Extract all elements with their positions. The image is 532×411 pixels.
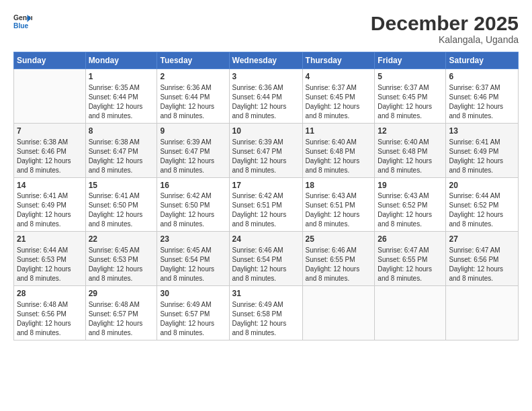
cell-day-number: 13 [449, 126, 515, 137]
cell-sun-info: Sunrise: 6:40 AMSunset: 6:48 PMDaylight:… [306, 138, 372, 175]
calendar-cell: 5Sunrise: 6:37 AMSunset: 6:45 PMDaylight… [375, 69, 446, 124]
cell-day-number: 22 [89, 234, 154, 245]
main-title: December 2025 [371, 12, 519, 34]
calendar-cell: 11Sunrise: 6:40 AMSunset: 6:48 PMDayligh… [302, 123, 375, 177]
cell-day-number: 2 [160, 71, 226, 83]
svg-text:Blue: Blue [13, 22, 29, 30]
calendar-cell: 19Sunrise: 6:43 AMSunset: 6:52 PMDayligh… [375, 177, 446, 232]
title-block: December 2025 Kalangala, Uganda [371, 12, 519, 45]
col-header-monday: Monday [85, 52, 157, 69]
col-header-saturday: Saturday [446, 52, 519, 69]
cell-day-number: 19 [378, 180, 443, 191]
calendar-cell: 22Sunrise: 6:45 AMSunset: 6:53 PMDayligh… [85, 232, 157, 286]
cell-sun-info: Sunrise: 6:40 AMSunset: 6:48 PMDaylight:… [378, 138, 443, 175]
cell-sun-info: Sunrise: 6:44 AMSunset: 6:53 PMDaylight:… [17, 246, 83, 283]
cell-day-number: 14 [17, 180, 83, 191]
cell-sun-info: Sunrise: 6:39 AMSunset: 6:47 PMDaylight:… [232, 138, 300, 175]
calendar-cell: 1Sunrise: 6:35 AMSunset: 6:44 PMDaylight… [85, 69, 157, 124]
cell-sun-info: Sunrise: 6:36 AMSunset: 6:44 PMDaylight:… [232, 83, 300, 121]
logo-icon: General Blue [13, 12, 32, 31]
cell-sun-info: Sunrise: 6:45 AMSunset: 6:54 PMDaylight:… [160, 246, 226, 283]
cell-day-number: 26 [378, 234, 443, 245]
col-header-thursday: Thursday [302, 52, 375, 69]
cell-sun-info: Sunrise: 6:39 AMSunset: 6:47 PMDaylight:… [160, 138, 226, 175]
calendar-table: SundayMondayTuesdayWednesdayThursdayFrid… [13, 52, 519, 340]
calendar-cell: 2Sunrise: 6:36 AMSunset: 6:44 PMDaylight… [157, 69, 229, 124]
calendar-cell: 21Sunrise: 6:44 AMSunset: 6:53 PMDayligh… [14, 232, 86, 286]
calendar-cell: 17Sunrise: 6:42 AMSunset: 6:51 PMDayligh… [229, 177, 302, 232]
cell-sun-info: Sunrise: 6:41 AMSunset: 6:49 PMDaylight:… [17, 191, 83, 229]
col-header-tuesday: Tuesday [157, 52, 229, 69]
calendar-cell: 9Sunrise: 6:39 AMSunset: 6:47 PMDaylight… [157, 123, 229, 177]
cell-sun-info: Sunrise: 6:46 AMSunset: 6:55 PMDaylight:… [306, 246, 372, 283]
week-row-2: 14Sunrise: 6:41 AMSunset: 6:49 PMDayligh… [14, 177, 519, 232]
calendar-cell: 3Sunrise: 6:36 AMSunset: 6:44 PMDaylight… [229, 69, 302, 124]
calendar-cell: 15Sunrise: 6:41 AMSunset: 6:50 PMDayligh… [85, 177, 157, 232]
calendar-cell: 24Sunrise: 6:46 AMSunset: 6:54 PMDayligh… [229, 232, 302, 286]
cell-day-number: 15 [89, 180, 154, 191]
calendar-cell [446, 286, 519, 340]
cell-day-number: 17 [232, 180, 300, 191]
cell-day-number: 5 [378, 71, 443, 83]
cell-sun-info: Sunrise: 6:37 AMSunset: 6:46 PMDaylight:… [449, 83, 515, 121]
cell-sun-info: Sunrise: 6:47 AMSunset: 6:55 PMDaylight:… [378, 246, 443, 283]
week-row-4: 28Sunrise: 6:48 AMSunset: 6:56 PMDayligh… [14, 286, 519, 340]
cell-sun-info: Sunrise: 6:42 AMSunset: 6:51 PMDaylight:… [232, 191, 300, 229]
cell-day-number: 18 [306, 180, 372, 191]
calendar-cell [14, 69, 86, 124]
cell-day-number: 9 [160, 126, 226, 137]
cell-sun-info: Sunrise: 6:49 AMSunset: 6:57 PMDaylight:… [160, 300, 226, 338]
cell-day-number: 6 [449, 71, 515, 83]
col-header-friday: Friday [375, 52, 446, 69]
cell-day-number: 20 [449, 180, 515, 191]
calendar-cell: 30Sunrise: 6:49 AMSunset: 6:57 PMDayligh… [157, 286, 229, 340]
calendar-cell: 29Sunrise: 6:48 AMSunset: 6:57 PMDayligh… [85, 286, 157, 340]
calendar-cell: 25Sunrise: 6:46 AMSunset: 6:55 PMDayligh… [302, 232, 375, 286]
cell-day-number: 8 [89, 126, 154, 137]
cell-day-number: 29 [89, 288, 154, 300]
header: General Blue December 2025 Kalangala, Ug… [13, 12, 519, 45]
calendar-cell: 10Sunrise: 6:39 AMSunset: 6:47 PMDayligh… [229, 123, 302, 177]
cell-sun-info: Sunrise: 6:36 AMSunset: 6:44 PMDaylight:… [160, 83, 226, 121]
week-row-1: 7Sunrise: 6:38 AMSunset: 6:46 PMDaylight… [14, 123, 519, 177]
calendar-cell [302, 286, 375, 340]
cell-day-number: 1 [89, 71, 154, 83]
calendar-cell: 27Sunrise: 6:47 AMSunset: 6:56 PMDayligh… [446, 232, 519, 286]
cell-day-number: 16 [160, 180, 226, 191]
subtitle: Kalangala, Uganda [371, 34, 519, 45]
calendar-cell: 23Sunrise: 6:45 AMSunset: 6:54 PMDayligh… [157, 232, 229, 286]
cell-sun-info: Sunrise: 6:43 AMSunset: 6:52 PMDaylight:… [378, 191, 443, 229]
cell-sun-info: Sunrise: 6:47 AMSunset: 6:56 PMDaylight:… [449, 246, 515, 283]
calendar-cell: 20Sunrise: 6:44 AMSunset: 6:52 PMDayligh… [446, 177, 519, 232]
cell-sun-info: Sunrise: 6:41 AMSunset: 6:50 PMDaylight:… [89, 191, 154, 229]
calendar-cell: 8Sunrise: 6:38 AMSunset: 6:47 PMDaylight… [85, 123, 157, 177]
week-row-3: 21Sunrise: 6:44 AMSunset: 6:53 PMDayligh… [14, 232, 519, 286]
logo: General Blue [13, 12, 32, 31]
calendar-cell [375, 286, 446, 340]
cell-sun-info: Sunrise: 6:42 AMSunset: 6:50 PMDaylight:… [160, 191, 226, 229]
calendar-cell: 31Sunrise: 6:49 AMSunset: 6:58 PMDayligh… [229, 286, 302, 340]
cell-sun-info: Sunrise: 6:38 AMSunset: 6:46 PMDaylight:… [17, 138, 83, 175]
cell-sun-info: Sunrise: 6:38 AMSunset: 6:47 PMDaylight:… [89, 138, 154, 175]
cell-sun-info: Sunrise: 6:44 AMSunset: 6:52 PMDaylight:… [449, 191, 515, 229]
page: General Blue December 2025 Kalangala, Ug… [0, 0, 532, 411]
cell-day-number: 11 [306, 126, 372, 137]
col-header-sunday: Sunday [14, 52, 86, 69]
calendar-cell: 16Sunrise: 6:42 AMSunset: 6:50 PMDayligh… [157, 177, 229, 232]
col-header-wednesday: Wednesday [229, 52, 302, 69]
cell-day-number: 7 [17, 126, 83, 137]
calendar-cell: 12Sunrise: 6:40 AMSunset: 6:48 PMDayligh… [375, 123, 446, 177]
cell-day-number: 23 [160, 234, 226, 245]
calendar-cell: 26Sunrise: 6:47 AMSunset: 6:55 PMDayligh… [375, 232, 446, 286]
calendar-header-row: SundayMondayTuesdayWednesdayThursdayFrid… [14, 52, 519, 69]
cell-day-number: 31 [232, 288, 300, 300]
cell-day-number: 10 [232, 126, 300, 137]
cell-sun-info: Sunrise: 6:35 AMSunset: 6:44 PMDaylight:… [89, 83, 154, 121]
calendar-cell: 6Sunrise: 6:37 AMSunset: 6:46 PMDaylight… [446, 69, 519, 124]
cell-sun-info: Sunrise: 6:37 AMSunset: 6:45 PMDaylight:… [378, 83, 443, 121]
calendar-cell: 14Sunrise: 6:41 AMSunset: 6:49 PMDayligh… [14, 177, 86, 232]
week-row-0: 1Sunrise: 6:35 AMSunset: 6:44 PMDaylight… [14, 69, 519, 124]
cell-sun-info: Sunrise: 6:48 AMSunset: 6:56 PMDaylight:… [17, 300, 83, 338]
cell-sun-info: Sunrise: 6:41 AMSunset: 6:49 PMDaylight:… [449, 138, 515, 175]
cell-day-number: 30 [160, 288, 226, 300]
